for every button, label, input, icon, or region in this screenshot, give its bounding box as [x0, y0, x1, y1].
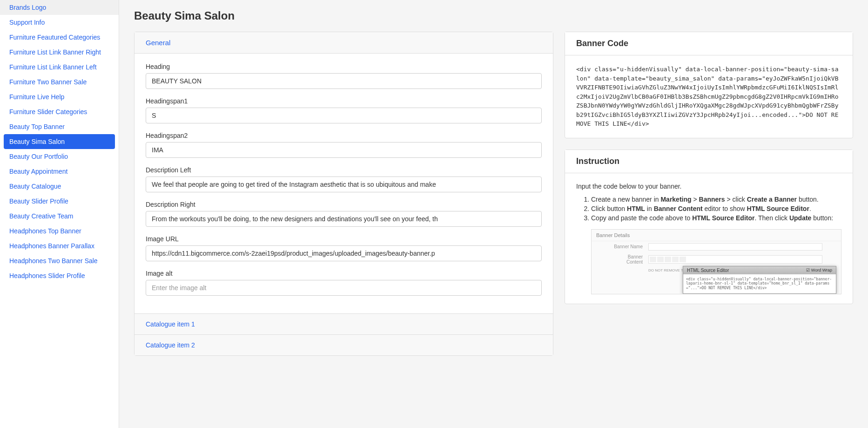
headingspan1-label: Headingspan1 [146, 97, 542, 105]
description-left-input[interactable] [146, 177, 542, 192]
sidebar-item-beauty-top-banner[interactable]: Beauty Top Banner [0, 119, 119, 134]
page-title: Beauty Sima Salon [119, 0, 868, 32]
instruction-step-1: Create a new banner in Marketing > Banne… [591, 196, 841, 203]
image-url-label: Image URL [146, 235, 542, 243]
image-alt-label: Image alt [146, 270, 542, 277]
sidebar-item-furniture-list-link-banner-left[interactable]: Furniture List Link Banner Left [0, 60, 119, 75]
mock-banner-content-label: Banner Content [610, 254, 643, 265]
sidebar-item-support-info[interactable]: Support Info [0, 15, 119, 30]
sidebar: Brands LogoSupport InfoFurniture Feautur… [0, 0, 119, 428]
instruction-intro: Input the code below to your banner. [576, 183, 841, 190]
sidebar-item-beauty-creative-team[interactable]: Beauty Creative Team [0, 209, 119, 224]
sidebar-item-furniture-live-help[interactable]: Furniture Live Help [0, 89, 119, 104]
headingspan2-label: Headingspan2 [146, 132, 542, 139]
sidebar-item-beauty-sima-salon[interactable]: Beauty Sima Salon [4, 134, 115, 149]
instruction-screenshot: Banner Details Banner Name Banner Conten… [591, 229, 841, 294]
sidebar-item-furniture-feautured-categories[interactable]: Furniture Feautured Categories [0, 30, 119, 45]
sidebar-item-brands-logo[interactable]: Brands Logo [0, 0, 119, 15]
sidebar-item-furniture-list-link-banner-right[interactable]: Furniture List Link Banner Right [0, 45, 119, 60]
general-panel: General Heading Headingspan1 Headingspan… [134, 32, 553, 356]
heading-label: Heading [146, 63, 542, 70]
description-right-input[interactable] [146, 211, 542, 227]
sidebar-item-furniture-slider-categories[interactable]: Furniture Slider Categories [0, 104, 119, 119]
mock-dialog-title: HTML Source Editor ☑ Word Wrap [683, 266, 836, 274]
mock-banner-name-field [648, 243, 822, 251]
mock-dialog-body: <div class="u-hiddenVisually" data-local… [683, 274, 836, 293]
sidebar-item-headphones-top-banner[interactable]: Headphones Top Banner [0, 224, 119, 238]
sidebar-item-beauty-slider-profile[interactable]: Beauty Slider Profile [0, 194, 119, 209]
sidebar-item-beauty-appointment[interactable]: Beauty Appointment [0, 164, 119, 179]
banner-code-title: Banner Code [565, 32, 853, 55]
sidebar-item-headphones-slider-profile[interactable]: Headphones Slider Profile [0, 268, 119, 283]
mock-banner-name-label: Banner Name [610, 244, 643, 249]
sidebar-item-beauty-our-portfolio[interactable]: Beauty Our Portfolio [0, 149, 119, 164]
instruction-step-2: Click button HTML in Banner Content edit… [591, 205, 841, 212]
description-right-label: Description Right [146, 201, 542, 208]
description-left-label: Description Left [146, 166, 542, 174]
sidebar-item-headphones-banner-parallax[interactable]: Headphones Banner Parallax [0, 238, 119, 253]
accordion-catalogue-item-1[interactable]: Catalogue item 1 [135, 313, 553, 334]
instruction-title: Instruction [565, 150, 853, 173]
instruction-panel: Instruction Input the code below to your… [565, 149, 853, 304]
sidebar-item-furniture-two-banner-sale[interactable]: Furniture Two Banner Sale [0, 75, 119, 89]
mock-banner-details-header: Banner Details [592, 230, 841, 241]
sidebar-item-beauty-catalogue[interactable]: Beauty Catalogue [0, 179, 119, 194]
general-panel-header[interactable]: General [135, 32, 553, 54]
main-content: Beauty Sima Salon General Heading Headin… [119, 0, 868, 428]
headingspan2-input[interactable] [146, 142, 542, 158]
heading-input[interactable] [146, 73, 542, 89]
accordion-catalogue-item-2[interactable]: Catalogue item 2 [135, 334, 553, 355]
instruction-step-3: Copy and paste the code above to HTML So… [591, 214, 841, 222]
mock-toolbar [648, 255, 822, 264]
banner-code-panel: Banner Code <div class="u-hiddenVisually… [565, 32, 853, 138]
mock-html-source-editor: HTML Source Editor ☑ Word Wrap <div clas… [683, 266, 836, 294]
image-alt-input[interactable] [146, 280, 542, 296]
instruction-steps: Create a new banner in Marketing > Banne… [576, 196, 841, 222]
sidebar-item-headphones-two-banner-sale[interactable]: Headphones Two Banner Sale [0, 253, 119, 268]
headingspan1-input[interactable] [146, 108, 542, 123]
banner-code-content[interactable]: <div class="u-hiddenVisually" data-local… [565, 55, 853, 138]
image-url-input[interactable] [146, 245, 542, 261]
